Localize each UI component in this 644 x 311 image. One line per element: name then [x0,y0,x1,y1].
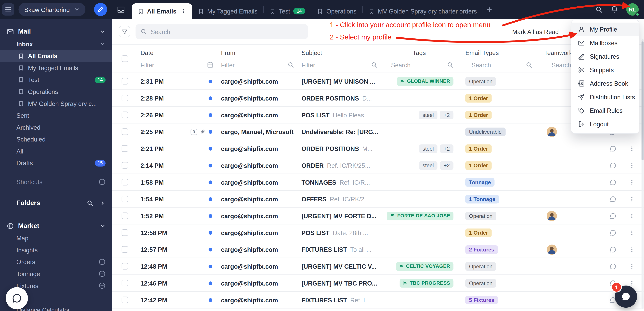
workspace-selector[interactable]: Skaw Chartering [18,3,85,16]
tag-chip[interactable]: +2 [440,144,454,153]
chat-icon[interactable] [610,212,616,219]
sidebar-item-sent[interactable]: Sent [0,109,112,121]
tag-chip[interactable]: steel [419,144,438,153]
chat-icon[interactable] [610,145,616,152]
email-row[interactable]: 2:21 PM cargo@shipfix.com ORDER POSITION… [112,140,644,157]
compose-button[interactable] [94,3,107,16]
filter-input-tags[interactable] [391,61,444,68]
tag-chip[interactable]: steel [419,111,438,119]
sidebar-item-archived[interactable]: Archived [0,121,112,133]
tab-test[interactable]: Test 14 [264,3,311,19]
plus-circle-icon[interactable] [98,178,106,185]
email-row[interactable]: 2:14 PM cargo@shipfix.com ORDER Ref. IC/… [112,157,644,174]
email-type-chip[interactable]: 5 Fixtures [465,296,498,304]
sidebar-item-orders[interactable]: Orders [0,256,112,268]
row-checkbox[interactable] [122,263,128,270]
chat-icon[interactable] [610,263,616,270]
row-checkbox[interactable] [122,229,128,236]
email-type-chip[interactable]: Operation [465,262,496,271]
email-type-chip[interactable]: Operation [465,279,496,287]
sidebar-item-test[interactable]: Test14 [0,74,112,86]
menu-item-distribution-lists[interactable]: Distribution Lists [571,90,639,104]
sidebar-item-my-tagged-emails[interactable]: My Tagged Emails [0,62,112,74]
menu-item-my-profile[interactable]: My Profile [571,22,639,36]
chat-icon[interactable] [610,246,616,253]
intercom-launcher[interactable]: 1 [615,286,637,308]
chevron-down-icon[interactable] [100,41,106,47]
chevron-down-icon[interactable] [100,223,106,229]
tab-my-tagged-emails[interactable]: My Tagged Emails [192,3,263,19]
email-row[interactable]: 12:57 PM cargo@shipfix.com FIXTURES LIST… [112,241,644,258]
scrollbar-thumb[interactable] [642,41,644,160]
email-type-chip[interactable]: 1 Order [465,228,492,237]
row-checkbox[interactable] [122,112,128,118]
row-menu-icon[interactable] [629,246,635,253]
row-checkbox[interactable] [122,95,128,101]
menu-item-snippets[interactable]: Snippets [571,63,639,77]
sidebar-item-tonnage[interactable]: Tonnage [0,268,112,280]
sidebar-item-shortcuts[interactable]: Shortcuts [0,176,112,188]
row-checkbox[interactable] [122,179,128,186]
row-menu-icon[interactable] [629,263,635,269]
email-row[interactable]: 2:25 PM 3 cargo, Manuel, Microsoft Undel… [112,123,644,140]
row-menu-icon[interactable] [629,280,635,286]
row-checkbox[interactable] [122,280,128,286]
chevron-right-icon[interactable] [100,200,106,206]
email-type-chip[interactable]: 1 Order [465,161,492,170]
tag-chip[interactable]: +2 [440,161,454,170]
tab-operations[interactable]: Operations [311,3,362,19]
tab-all-emails[interactable]: All Emails [132,3,192,19]
teamwork-avatar[interactable] [547,126,557,137]
mark-all-as-read-button[interactable]: Mark All as Read [512,19,559,44]
chat-icon[interactable] [610,229,616,236]
inbox-tray-button[interactable] [117,5,125,14]
email-type-chip[interactable]: 1 Order [465,111,492,119]
row-checkbox[interactable] [122,162,128,169]
email-row[interactable]: 1:58 PM cargo@shipfix.com TONNAGES Ref. … [112,174,644,191]
row-checkbox[interactable] [122,145,128,152]
bell-icon[interactable] [610,5,619,14]
email-type-chip[interactable]: 1 Order [465,144,492,153]
chat-icon[interactable] [610,179,616,186]
filter-input-email-types[interactable] [472,61,523,68]
row-menu-icon[interactable] [629,196,635,202]
row-checkbox[interactable] [122,196,128,202]
email-type-chip[interactable]: 1 Order [465,94,492,102]
sidebar-item-all[interactable]: All [0,145,112,157]
menu-item-email-rules[interactable]: Email Rules [571,104,639,117]
chat-icon[interactable] [610,162,616,169]
filter-input-subject[interactable] [302,61,368,68]
email-type-chip[interactable]: Tonnage [465,178,494,186]
sidebar-item-operations[interactable]: Operations [0,86,112,98]
sidebar-item-map[interactable]: Map [0,232,112,244]
sidebar-section-folders[interactable]: Folders [0,196,112,210]
email-type-chip[interactable]: 2 Fixtures [465,245,498,254]
vessel-tag-chip[interactable]: CELTIC VOYAGER [396,262,454,271]
filter-input-date[interactable] [140,61,204,68]
row-checkbox[interactable] [122,297,128,303]
tag-chip[interactable]: steel [419,161,438,170]
search-icon[interactable] [595,6,603,13]
email-type-chip[interactable]: 1 Tonnage [465,195,499,203]
vertical-scrollbar[interactable] [642,39,644,309]
filter-button[interactable] [119,26,130,37]
email-row[interactable]: 2:26 PM cargo@shipfix.com POS LIST Hello… [112,107,644,123]
sidebar-item-scheduled[interactable]: Scheduled [0,133,112,145]
row-checkbox[interactable] [122,246,128,253]
email-row[interactable]: 12:48 PM cargo@shipfix.com [URGENT] MV C… [112,258,644,275]
email-row[interactable]: 1:54 PM cargo@shipfix.com OFFERS Ref. IC… [112,191,644,208]
sidebar-item-all-emails[interactable]: All Emails [0,50,112,62]
plus-circle-icon[interactable] [98,270,106,277]
email-row[interactable]: 2:28 PM cargo@shipfix.com ORDER POSITION… [112,90,644,107]
email-row[interactable]: 1:52 PM cargo@shipfix.com [URGENT] MV FO… [112,208,644,225]
support-chat-launcher[interactable] [6,287,28,309]
sidebar-section-market[interactable]: Market [0,220,112,232]
email-row[interactable]: 12:42 PM cargo@shipfix.com FIXTURES LIST… [112,292,644,309]
sidebar-item-drafts[interactable]: Drafts15 [0,157,112,169]
row-checkbox[interactable] [122,78,128,84]
account-avatar[interactable]: RL [626,3,638,15]
plus-circle-icon[interactable] [98,282,106,289]
sidebar-item-mv-golden-spray-dry-c[interactable]: MV Golden Spray dry c... [0,98,112,110]
email-type-chip[interactable]: Operation [465,212,496,220]
row-menu-icon[interactable] [629,162,635,168]
